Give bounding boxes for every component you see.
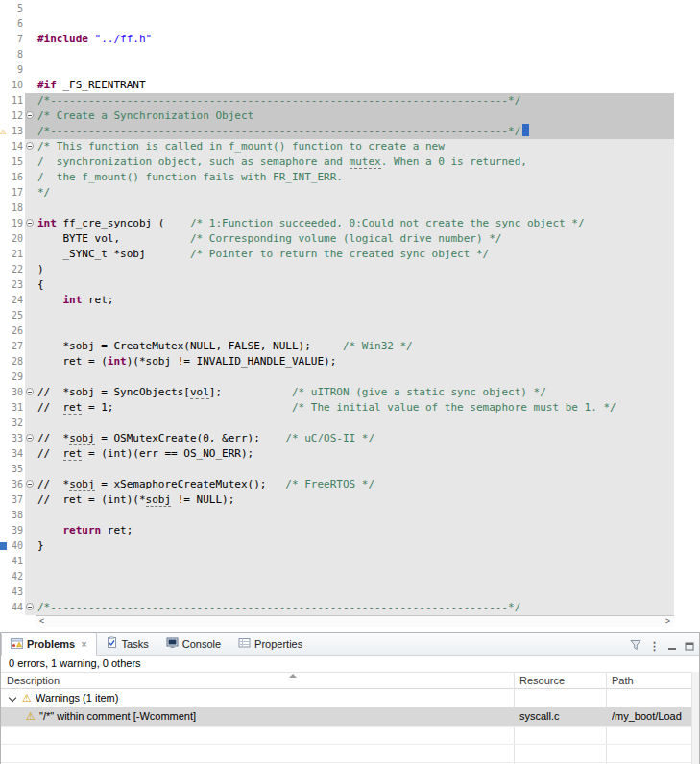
editor-line[interactable]: 32 <box>0 416 700 431</box>
warning-marker-icon[interactable]: ⚠ <box>0 125 6 138</box>
code-line-text[interactable] <box>36 569 674 585</box>
fold-toggle-icon[interactable] <box>26 219 34 227</box>
editor-line[interactable]: 29 <box>0 370 700 385</box>
editor-line[interactable]: 10#if _FS_REENTRANT <box>0 78 700 93</box>
code-line-text[interactable]: // ret = (int)(*sobj != NULL); <box>36 492 674 508</box>
editor-line[interactable]: 24 int ret; <box>0 293 700 308</box>
code-line-text[interactable]: int ff_cre_syncobj ( /* 1:Function succe… <box>36 216 674 231</box>
fold-toggle-icon[interactable] <box>26 388 34 395</box>
code-line-text[interactable]: _SYNC_t *sobj /* Pointer to return the c… <box>36 247 674 262</box>
editor-line[interactable]: 21 _SYNC_t *sobj /* Pointer to return th… <box>0 247 700 262</box>
tab-tasks[interactable]: Tasks <box>97 633 157 655</box>
editor-line[interactable]: 43 <box>0 585 700 600</box>
editor-line[interactable]: 40} <box>0 538 700 554</box>
editor-line[interactable]: 39 return ret; <box>0 523 700 538</box>
editor-line[interactable]: 27 *sobj = CreateMutex(NULL, FALSE, NULL… <box>0 339 700 354</box>
code-line-text[interactable] <box>36 62 674 78</box>
code-line-text[interactable] <box>36 308 674 323</box>
code-line-text[interactable]: // *sobj = OSMutexCreate(0, &err); /* uC… <box>36 431 674 446</box>
column-header-path[interactable]: Path <box>612 675 634 686</box>
code-line-text[interactable]: #include "../ff.h" <box>36 32 674 47</box>
tab-properties[interactable]: Properties <box>229 633 311 655</box>
editor-line[interactable]: 14/* This function is called in f_mount(… <box>0 139 700 155</box>
editor-line[interactable]: 36// *sobj = xSemaphoreCreateMutex(); /*… <box>0 477 700 492</box>
editor-line[interactable]: 18 <box>0 201 700 216</box>
code-line-text[interactable]: { <box>36 277 674 293</box>
editor-line[interactable]: 6 <box>0 16 700 32</box>
editor-line[interactable]: 9 <box>0 62 700 78</box>
code-line-text[interactable] <box>36 16 674 32</box>
editor-line[interactable]: 41 <box>0 554 700 569</box>
code-line-text[interactable]: /* This function is called in f_mount() … <box>36 139 674 155</box>
code-line-text[interactable]: / synchronization object, such as semaph… <box>36 155 674 170</box>
code-line-text[interactable]: // ret = (int)(err == OS_NO_ERR); <box>36 446 674 462</box>
code-line-text[interactable]: /* Create a Synchronization Object <box>36 108 674 124</box>
editor-line[interactable]: 37// ret = (int)(*sobj != NULL); <box>0 492 700 508</box>
code-line-text[interactable]: // *sobj = SyncObjects[vol]; /* uITRON (… <box>36 385 674 400</box>
editor-line[interactable]: 22) <box>0 262 700 277</box>
code-line-text[interactable] <box>36 47 674 62</box>
editor-line[interactable]: 17*/ <box>0 185 700 201</box>
code-line-text[interactable]: /*--------------------------------------… <box>36 93 674 108</box>
fold-toggle-icon[interactable] <box>26 434 34 442</box>
scroll-left-icon[interactable]: < <box>39 616 44 627</box>
tree-expander-icon[interactable] <box>9 694 16 702</box>
code-line-text[interactable] <box>36 1 674 16</box>
editor-line[interactable]: 42 <box>0 569 700 585</box>
code-line-text[interactable] <box>36 201 674 216</box>
editor-line[interactable]: 25 <box>0 308 700 323</box>
editor-line[interactable]: 7#include "../ff.h" <box>0 32 700 47</box>
warnings-group-row[interactable]: ⚠ Warnings (1 item) <box>1 689 691 707</box>
editor-line[interactable]: 38 <box>0 508 700 523</box>
fold-toggle-icon[interactable] <box>26 603 34 610</box>
code-line-text[interactable] <box>36 585 674 600</box>
code-line-text[interactable]: /*--------------------------------------… <box>36 124 674 139</box>
code-line-text[interactable] <box>36 554 674 569</box>
maximize-icon[interactable] <box>685 637 694 655</box>
view-menu-icon[interactable]: ⋮ <box>649 640 660 652</box>
code-line-text[interactable] <box>36 462 674 477</box>
code-line-text[interactable]: BYTE vol, /* Corresponding volume (logic… <box>36 231 674 247</box>
editor-line[interactable]: 31// ret = 1; /* The initial value of th… <box>0 400 700 416</box>
column-header-resource[interactable]: Resource <box>519 675 565 686</box>
warning-item-row[interactable]: ⚠ "/*" within comment [-Wcomment] syscal… <box>1 707 691 726</box>
code-line-text[interactable]: *sobj = CreateMutex(NULL, FALSE, NULL); … <box>36 339 674 354</box>
fold-toggle-icon[interactable] <box>26 480 34 488</box>
code-line-text[interactable]: #if _FS_REENTRANT <box>36 78 674 93</box>
editor-horizontal-scrollbar[interactable]: < > <box>36 615 674 627</box>
editor-line[interactable]: 30// *sobj = SyncObjects[vol]; /* uITRON… <box>0 385 700 400</box>
editor-line[interactable]: 28 ret = (int)(*sobj != INVALID_HANDLE_V… <box>0 354 700 370</box>
editor-line[interactable]: 5 <box>0 1 700 16</box>
editor-line[interactable]: 33// *sobj = OSMutexCreate(0, &err); /* … <box>0 431 700 446</box>
editor-line[interactable]: 19int ff_cre_syncobj ( /* 1:Function suc… <box>0 216 700 231</box>
code-line-text[interactable]: ret = (int)(*sobj != INVALID_HANDLE_VALU… <box>36 354 674 370</box>
code-editor[interactable]: 567#include "../ff.h"8910#if _FS_REENTRA… <box>0 0 700 615</box>
column-header-description[interactable]: Description <box>7 675 60 686</box>
fold-toggle-icon[interactable] <box>26 111 34 119</box>
editor-line[interactable]: 16/ the f_mount() function fails with FR… <box>0 170 700 185</box>
editor-line[interactable]: 20 BYTE vol, /* Corresponding volume (lo… <box>0 231 700 247</box>
editor-line[interactable]: 8 <box>0 47 700 62</box>
code-line-text[interactable]: ) <box>36 262 674 277</box>
code-line-text[interactable]: int ret; <box>36 293 674 308</box>
tab-problems[interactable]: Problems × <box>1 633 97 656</box>
code-line-text[interactable]: / the f_mount() function fails with FR_I… <box>36 170 674 185</box>
code-line-text[interactable]: } <box>36 538 674 554</box>
editor-line[interactable]: ⚠13/*-----------------------------------… <box>0 124 700 139</box>
editor-line[interactable]: 26 <box>0 323 700 339</box>
editor-line[interactable]: 44/*------------------------------------… <box>0 600 700 615</box>
tab-console[interactable]: Console <box>157 633 229 655</box>
editor-line[interactable]: 35 <box>0 462 700 477</box>
code-line-text[interactable]: /*--------------------------------------… <box>36 600 674 615</box>
code-line-text[interactable]: // ret = 1; /* The initial value of the … <box>36 400 674 416</box>
code-line-text[interactable] <box>36 370 674 385</box>
editor-line[interactable]: 34// ret = (int)(err == OS_NO_ERR); <box>0 446 700 462</box>
code-line-text[interactable] <box>36 323 674 339</box>
scroll-right-icon[interactable]: > <box>665 616 670 627</box>
fold-toggle-icon[interactable] <box>26 142 34 150</box>
editor-line[interactable]: 12/* Create a Synchronization Object <box>0 108 700 124</box>
filter-icon[interactable] <box>630 637 641 655</box>
code-line-text[interactable]: return ret; <box>36 523 674 538</box>
minimize-icon[interactable] <box>667 637 677 655</box>
code-line-text[interactable]: */ <box>36 185 674 201</box>
